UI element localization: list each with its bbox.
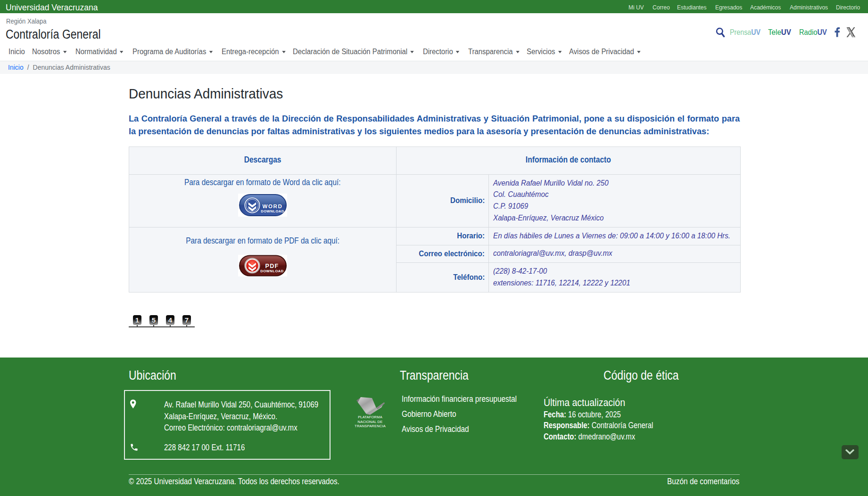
svg-text:DOWNLOAD: DOWNLOAD xyxy=(261,209,284,213)
svg-text:WORD: WORD xyxy=(263,203,283,209)
svg-text:PDF: PDF xyxy=(265,263,279,269)
svg-text:DOWNLOAD: DOWNLOAD xyxy=(260,269,284,273)
